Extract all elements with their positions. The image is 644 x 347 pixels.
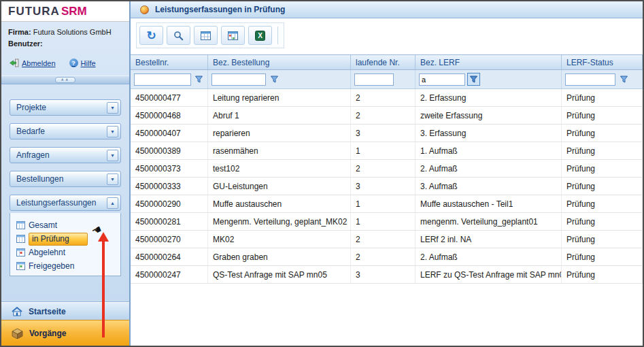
list-icon [16, 248, 25, 257]
column-header-bez-bestellung[interactable]: Bez. Bestellung [208, 55, 351, 69]
list-icon [16, 221, 25, 229]
cell-laufende-nr: 2 [351, 231, 416, 248]
logout-link[interactable]: Abmelden [10, 59, 56, 67]
table-row[interactable]: 4500000477 Leitung reparieren 2 2. Erfas… [131, 89, 643, 107]
filter-input-lerf-status[interactable] [565, 73, 615, 86]
cell-laufende-nr: 3 [351, 125, 416, 142]
sidebar-item-vorgaenge[interactable]: Vorgänge [1, 320, 129, 346]
column-header-laufende-nr[interactable]: laufende Nr. [351, 55, 416, 69]
search-button[interactable] [167, 26, 190, 45]
filter-cell-bez-lerf [416, 70, 562, 88]
excel-export-button[interactable]: X [248, 26, 272, 45]
help-link[interactable]: ? Hilfe [69, 59, 96, 67]
filter-input-bestellnr[interactable] [134, 73, 191, 86]
grid-view-button[interactable] [194, 26, 218, 45]
home-icon [12, 307, 22, 316]
filter-cell-bez-bestellung [208, 70, 351, 88]
filter-funnel-button-active[interactable] [467, 73, 480, 86]
firma-value: Futura Solutions GmbH [33, 28, 112, 36]
cell-bez-bestellung: GU-Leistungen [208, 178, 351, 195]
filter-funnel-button[interactable] [617, 73, 630, 86]
table-row[interactable]: 4500000281 Mengenm. Verteilung, geplant_… [131, 213, 643, 231]
sidebar-item-leistungserfassungen[interactable]: Leistungserfassungen ▲ [10, 195, 121, 211]
filter-input-laufende-nr[interactable] [354, 73, 394, 86]
filter-input-bez-lerf[interactable] [419, 73, 465, 86]
annotation-arrow [102, 241, 105, 337]
sidebar-item-startseite[interactable]: Startseite [1, 302, 129, 320]
chevron-down-icon[interactable]: ▼ [107, 102, 118, 114]
table-row[interactable]: 4500000264 Graben graben 2 2. Aufmaß Prü… [131, 248, 643, 266]
chevron-up-icon[interactable]: ▲ [107, 197, 118, 209]
cell-bestellnr: 4500000247 [131, 266, 208, 283]
filter-funnel-button[interactable] [193, 73, 204, 86]
help-label: Hilfe [81, 59, 96, 67]
cell-bez-bestellung: reparieren [208, 125, 351, 142]
grid-edit-button[interactable] [221, 26, 245, 45]
cell-bestellnr: 4500000477 [131, 89, 208, 106]
funnel-icon [620, 75, 628, 84]
filter-funnel-button[interactable] [268, 73, 281, 86]
cell-laufende-nr: 1 [351, 213, 416, 230]
cell-bez-bestellung: Leitung reparieren [208, 89, 351, 106]
cell-bez-lerf: 2. Aufmaß [416, 248, 562, 265]
table-body: 4500000477 Leitung reparieren 2 2. Erfas… [131, 89, 643, 284]
sidebar-item-projekte[interactable]: Projekte ▼ [10, 99, 121, 116]
page-title: Leistungserfassungen in Prüfung [155, 5, 285, 14]
sidebar-item-bestellungen[interactable]: Bestellungen ▼ [10, 171, 121, 187]
chevron-down-icon[interactable]: ▼ [107, 174, 118, 185]
table-row[interactable]: 4500000373 test102 2 2. Aufmaß Prüfung [131, 160, 643, 178]
cell-bestellnr: 4500000407 [131, 125, 208, 142]
list-icon [16, 235, 25, 243]
table-row[interactable]: 4500000290 Muffe austauschen 1 Muffe aus… [131, 195, 643, 213]
cell-bez-bestellung: MK02 [208, 231, 351, 248]
cell-bez-lerf: LERF zu QS-Test Anfrage mit SAP mn05 [416, 266, 562, 283]
submenu-item-gesamt[interactable]: Gesamt [16, 219, 118, 231]
cell-bez-lerf: mengenm. Verteilung_geplant01 [416, 213, 562, 230]
cell-bez-lerf: 2. Erfassung [416, 89, 562, 106]
column-header-bestellnr[interactable]: Bestellnr. [131, 55, 208, 69]
cell-bestellnr: 4500000270 [131, 231, 208, 248]
app-logo: FUTURASRM [1, 1, 129, 22]
cell-bez-lerf: Muffe austauschen - Teil1 [416, 195, 562, 212]
refresh-button[interactable]: ↻ [139, 26, 163, 45]
cell-laufende-nr: 2 [351, 248, 416, 265]
table-row[interactable]: 4500000389 rasenmähen 1 1. Aufmaß Prüfun… [131, 142, 643, 160]
table-row[interactable]: 4500000407 reparieren 3 3. Erfassung Prü… [131, 125, 643, 142]
column-header-lerf-status[interactable]: LERF-Status [562, 55, 643, 69]
list-icon [16, 262, 25, 270]
sidebar-footer: Startseite Vorgänge [1, 302, 129, 346]
cell-laufende-nr: 2 [351, 89, 416, 106]
main-content: Leistungserfassungen in Prüfung ↻ X Best… [131, 1, 643, 346]
chevron-down-icon[interactable]: ▼ [107, 126, 118, 137]
table-row[interactable]: 4500000468 Abruf 1 2 zweite Erfassung Pr… [131, 107, 643, 125]
funnel-icon [194, 75, 203, 84]
filter-input-bez-bestellung[interactable] [211, 73, 266, 86]
table-row[interactable]: 4500000333 GU-Leistungen 3 3. Aufmaß Prü… [131, 178, 643, 195]
page-icon [140, 5, 149, 14]
cell-lerf-status: Prüfung [562, 125, 643, 142]
sidebar-item-anfragen[interactable]: Anfragen ▼ [10, 147, 121, 163]
cell-lerf-status: Prüfung [562, 213, 643, 230]
sidebar-collapse-handle[interactable]: ∧∧ [1, 76, 129, 84]
cell-bez-lerf: 2. Aufmaß [416, 160, 562, 177]
cell-bez-bestellung: Abruf 1 [208, 107, 351, 124]
sidebar: FUTURASRM Firma: Futura Solutions GmbH B… [1, 1, 131, 346]
app-window: FUTURASRM Firma: Futura Solutions GmbH B… [0, 0, 644, 347]
table-row[interactable]: 4500000270 MK02 2 LERf 2 inl. NA Prüfung [131, 231, 643, 248]
cell-bez-lerf: LERf 2 inl. NA [416, 231, 562, 248]
table-row[interactable]: 4500000247 QS-Test Anfrage mit SAP mn05 … [131, 266, 643, 284]
sidebar-item-bedarfe[interactable]: Bedarfe ▼ [10, 123, 121, 139]
logo-srm-text: SRM [61, 5, 87, 18]
logout-icon [10, 59, 19, 67]
column-header-bez-lerf[interactable]: Bez. LERF [416, 55, 562, 69]
cell-laufende-nr: 1 [351, 195, 416, 212]
cell-bez-lerf: zweite Erfassung [416, 107, 562, 124]
chevron-down-icon[interactable]: ▼ [107, 150, 118, 161]
help-icon: ? [69, 59, 78, 67]
results-table: Bestellnr. Bez. Bestellung laufende Nr. … [131, 54, 643, 284]
filter-cell-laufende-nr [351, 70, 416, 88]
grid-edit-icon [228, 31, 238, 40]
cell-laufende-nr: 3 [351, 266, 416, 283]
filter-cell-bestellnr [131, 70, 208, 88]
cell-laufende-nr: 2 [351, 160, 416, 177]
